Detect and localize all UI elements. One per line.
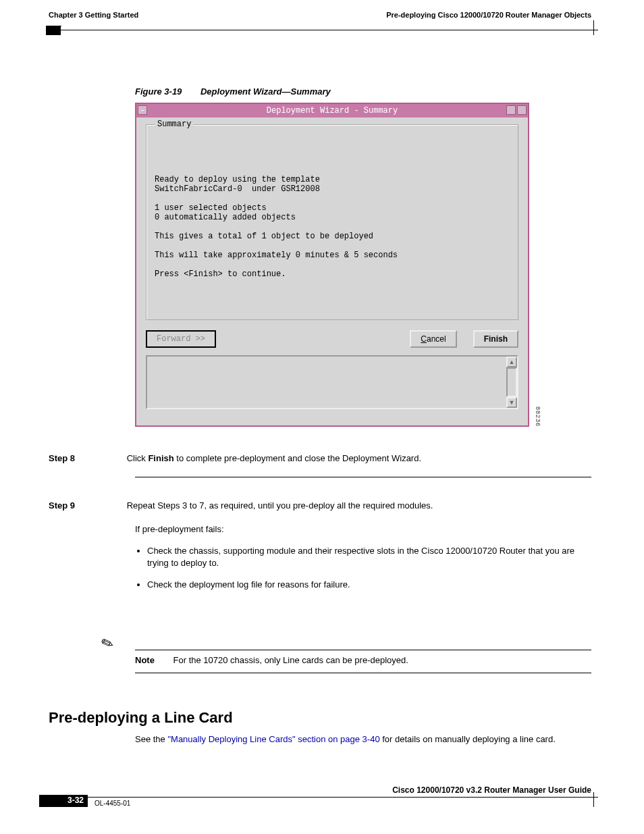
top-rule <box>46 30 598 30</box>
dialog-button-row: Forward >> Cancel Finish <box>146 330 518 348</box>
note-rule-bottom <box>135 673 591 673</box>
summary-group: Summary Ready to deploy using the templa… <box>146 124 518 320</box>
maximize-icon[interactable] <box>517 105 527 115</box>
log-scrollbar[interactable]: ▲ ▼ <box>506 357 517 408</box>
note-pencil-icon: ✎ <box>99 633 116 654</box>
dialog-title: Deployment Wizard - Summary <box>267 106 398 115</box>
cancel-button[interactable]: Cancel <box>410 330 456 348</box>
fail-item-2: Check the deployment log file for reason… <box>147 579 591 591</box>
forward-button[interactable]: Forward >> <box>146 330 216 348</box>
minimize-icon[interactable] <box>506 105 516 115</box>
note-row: Note For the 10720 chassis, only Line ca… <box>135 655 591 665</box>
scroll-up-icon[interactable]: ▲ <box>506 357 517 367</box>
corner-mark-top-left <box>46 26 61 35</box>
step-9-text: Repeat Steps 3 to 7, as required, until … <box>127 500 589 512</box>
section-heading: Pre-deploying a Line Card <box>49 709 233 727</box>
footer-page-number: 3-32 <box>68 796 84 805</box>
step-9-number: Step 9 <box>49 500 124 512</box>
step-8-number: Step 8 <box>49 452 124 465</box>
finish-keyword: Finish <box>148 453 173 463</box>
dialog-screenshot: – Deployment Wizard - Summary Summary Re… <box>135 103 529 427</box>
corner-mark-top-right <box>593 20 594 35</box>
scroll-down-icon[interactable]: ▼ <box>506 397 517 408</box>
note-label: Note <box>135 655 155 665</box>
step-divider-rule <box>135 477 591 477</box>
figure-title: Deployment Wizard—Summary <box>200 86 331 97</box>
section-body: See the "Manually Deploying Line Cards" … <box>135 733 591 746</box>
scroll-track[interactable] <box>506 367 517 397</box>
window-menu-icon[interactable]: – <box>138 105 147 115</box>
finish-button[interactable]: Finish <box>473 330 518 348</box>
cross-reference-link[interactable]: "Manually Deploying Line Cards" section … <box>167 734 379 744</box>
step-8: Step 8 Click Finish to complete pre-depl… <box>49 452 591 465</box>
dialog-titlebar: – Deployment Wizard - Summary <box>136 104 528 118</box>
log-textarea[interactable]: ▲ ▼ <box>146 355 518 409</box>
note-rule-top <box>135 650 591 650</box>
fail-item-1: Check the chassis, supporting module and… <box>147 545 591 569</box>
footer-doc-number: OL-4455-01 <box>95 800 130 807</box>
summary-group-label: Summary <box>155 120 194 129</box>
fail-lead: If pre-deployment fails: <box>135 523 591 536</box>
figure-label: Figure 3-19 <box>135 86 182 97</box>
footer-manual-title: Cisco 12000/10720 v3.2 Router Manager Us… <box>392 785 591 795</box>
footer-rule <box>46 797 598 798</box>
deployment-wizard-dialog: – Deployment Wizard - Summary Summary Re… <box>135 103 529 427</box>
pre-deployment-fail-block: If pre-deployment fails: Check the chass… <box>135 523 591 600</box>
running-header-left: Chapter 3 Getting Started <box>49 11 138 19</box>
summary-text: Ready to deploy using the template Switc… <box>155 175 510 279</box>
step-9: Step 9 Repeat Steps 3 to 7, as required,… <box>49 500 591 512</box>
corner-mark-bottom-right <box>593 792 594 807</box>
note-text: For the 10720 chassis, only Line cards c… <box>173 655 408 665</box>
figure-caption: Figure 3-19 Deployment Wizard—Summary <box>135 86 331 97</box>
footer-page-block: 3-32 <box>39 795 88 807</box>
figure-side-number: 88236 <box>535 407 541 427</box>
running-header-right: Pre-deploying Cisco 12000/10720 Router M… <box>386 11 591 19</box>
